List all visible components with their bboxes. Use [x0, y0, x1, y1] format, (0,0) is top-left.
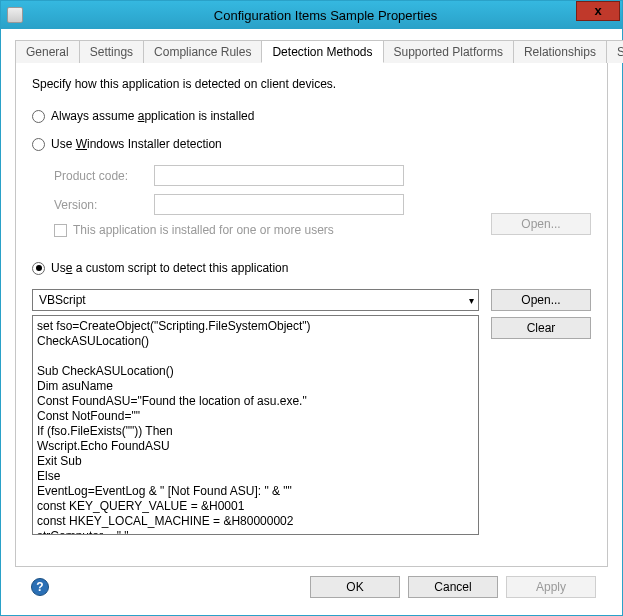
- tab-compliance-rules[interactable]: Compliance Rules: [143, 40, 262, 63]
- script-type-select[interactable]: VBScript ▾: [32, 289, 479, 311]
- multi-user-checkbox: [54, 224, 67, 237]
- script-clear-button[interactable]: Clear: [491, 317, 591, 339]
- tab-content: Specify how this application is detected…: [15, 63, 608, 567]
- tab-security[interactable]: Security: [606, 40, 623, 63]
- script-body-textarea[interactable]: set fso=CreateObject("Scripting.FileSyst…: [32, 315, 479, 535]
- custom-script-block: VBScript ▾ set fso=CreateObject("Scripti…: [32, 289, 591, 535]
- radio-custom[interactable]: [32, 262, 45, 275]
- chevron-down-icon: ▾: [469, 295, 474, 306]
- cancel-button[interactable]: Cancel: [408, 576, 498, 598]
- tab-detection-methods[interactable]: Detection Methods: [261, 40, 383, 63]
- radio-assume-label: Always assume application is installed: [51, 109, 254, 123]
- script-left-col: VBScript ▾ set fso=CreateObject("Scripti…: [32, 289, 479, 535]
- close-button[interactable]: x: [576, 1, 620, 21]
- tab-relationships[interactable]: Relationships: [513, 40, 607, 63]
- tab-settings[interactable]: Settings: [79, 40, 144, 63]
- window-title: Configuration Items Sample Properties: [29, 8, 622, 23]
- tab-general[interactable]: General: [15, 40, 80, 63]
- script-type-value: VBScript: [39, 293, 86, 307]
- apply-button: Apply: [506, 576, 596, 598]
- product-code-label: Product code:: [54, 169, 154, 183]
- script-open-button[interactable]: Open...: [491, 289, 591, 311]
- version-row: Version:: [54, 194, 591, 215]
- dialog-window: Configuration Items Sample Properties x …: [0, 0, 623, 616]
- radio-row-wininst[interactable]: Use Windows Installer detection: [32, 137, 591, 151]
- radio-row-assume[interactable]: Always assume application is installed: [32, 109, 591, 123]
- client-area: General Settings Compliance Rules Detect…: [1, 29, 622, 615]
- help-icon[interactable]: ?: [31, 578, 49, 596]
- multi-user-label: This application is installed for one or…: [73, 223, 334, 237]
- tab-supported-platforms[interactable]: Supported Platforms: [383, 40, 514, 63]
- window-icon: [7, 7, 23, 23]
- intro-text: Specify how this application is detected…: [32, 77, 591, 91]
- ok-button[interactable]: OK: [310, 576, 400, 598]
- version-label: Version:: [54, 198, 154, 212]
- tab-strip: General Settings Compliance Rules Detect…: [15, 39, 608, 63]
- radio-wininst[interactable]: [32, 138, 45, 151]
- title-bar[interactable]: Configuration Items Sample Properties x: [1, 1, 622, 29]
- product-code-input: [154, 165, 404, 186]
- radio-custom-label: Use a custom script to detect this appli…: [51, 261, 288, 275]
- version-input: [154, 194, 404, 215]
- wininst-open-button: Open...: [491, 213, 591, 235]
- product-code-row: Product code:: [54, 165, 591, 186]
- radio-assume[interactable]: [32, 110, 45, 123]
- bottom-bar: ? OK Cancel Apply: [15, 567, 608, 607]
- radio-wininst-label: Use Windows Installer detection: [51, 137, 222, 151]
- radio-row-custom[interactable]: Use a custom script to detect this appli…: [32, 261, 591, 275]
- script-right-col: Open... Clear: [491, 289, 591, 535]
